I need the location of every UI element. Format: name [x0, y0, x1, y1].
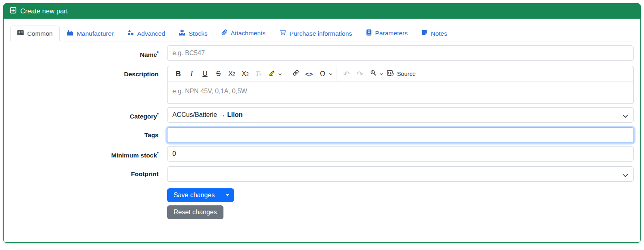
- description-row: Description B I U S X2 X2 Tx: [10, 66, 634, 104]
- actions-row: Save changes Reset changes: [10, 188, 634, 219]
- create-part-card: Create new part Common Manufacturer Adva…: [3, 3, 641, 243]
- tab-notes[interactable]: Notes: [414, 26, 454, 41]
- name-input[interactable]: [167, 45, 634, 61]
- minimum-stock-label: Minimum stock*: [10, 146, 159, 163]
- source-icon: [387, 69, 395, 78]
- highlight-button[interactable]: [266, 68, 278, 80]
- find-replace-icon: [370, 69, 377, 78]
- italic-button[interactable]: I: [186, 68, 197, 80]
- link-icon: [292, 69, 299, 78]
- redo-button[interactable]: ↷: [354, 68, 366, 80]
- strikethrough-button[interactable]: S: [213, 68, 224, 80]
- toolbar-separator: [286, 66, 286, 82]
- tab-common[interactable]: Common: [10, 26, 60, 41]
- address-card-icon: [17, 30, 24, 37]
- category-value-selected: LiIon: [227, 111, 243, 118]
- toolbar-separator: [337, 66, 337, 82]
- bold-button[interactable]: B: [172, 68, 184, 80]
- tab-stocks[interactable]: Stocks: [172, 26, 215, 41]
- sticky-note-icon: [421, 30, 427, 37]
- atlas-book-icon: [366, 29, 372, 37]
- tab-label: Stocks: [189, 30, 208, 37]
- tab-parameters[interactable]: Parameters: [359, 25, 414, 41]
- tab-bar: Common Manufacturer Advanced Stocks Atta…: [10, 25, 634, 41]
- tab-purchase-informations[interactable]: Purchase informations: [273, 26, 359, 41]
- subscript-button[interactable]: X2: [226, 68, 238, 80]
- category-value-prefix: ACCus/Batterie →: [172, 111, 227, 118]
- actions-spacer: [10, 188, 159, 219]
- find-and-replace-button[interactable]: [367, 68, 379, 80]
- chevron-down-icon: [623, 172, 628, 179]
- footprint-select[interactable]: [167, 166, 634, 182]
- required-marker: *: [157, 112, 159, 117]
- undo-button[interactable]: ↶: [341, 68, 352, 80]
- editor-toolbar: B I U S X2 X2 Tx: [167, 66, 634, 82]
- required-marker: *: [157, 51, 159, 55]
- reset-button[interactable]: Reset changes: [167, 205, 223, 219]
- highlighter-icon: [268, 69, 275, 78]
- create-part-form: Name* Description B I U S X2 X2 Tx: [10, 41, 634, 219]
- special-characters-dropdown-chevron[interactable]: [329, 72, 333, 76]
- highlight-dropdown-chevron[interactable]: [278, 72, 282, 76]
- minimum-stock-row: Minimum stock*: [10, 146, 634, 163]
- remove-format-button[interactable]: Tx: [253, 68, 264, 80]
- card-header: Create new part: [4, 4, 640, 19]
- tab-attachments[interactable]: Attachments: [215, 25, 273, 41]
- tags-input[interactable]: [167, 127, 634, 143]
- footprint-row: Footprint: [10, 166, 634, 182]
- required-marker: *: [157, 151, 159, 156]
- code-button[interactable]: <>: [303, 68, 315, 80]
- tab-label: Purchase informations: [290, 30, 352, 37]
- page-title: Create new part: [20, 7, 68, 15]
- rich-text-editor: B I U S X2 X2 Tx: [167, 66, 634, 104]
- chevron-down-icon: [623, 113, 628, 120]
- tags-label: Tags: [10, 127, 159, 143]
- editor-content-area[interactable]: e.g. NPN 45V, 0,1A, 0,5W: [167, 82, 634, 104]
- shopping-cart-icon: [279, 30, 286, 37]
- square-plus-icon: [10, 7, 17, 15]
- factory-icon: [67, 30, 73, 37]
- source-button-label: Source: [397, 71, 416, 77]
- save-button-group: Save changes: [167, 188, 234, 202]
- link-button[interactable]: [290, 68, 302, 80]
- name-label: Name*: [10, 45, 159, 62]
- tab-advanced[interactable]: Advanced: [120, 26, 172, 41]
- tab-manufacturer[interactable]: Manufacturer: [60, 26, 120, 41]
- card-body: Common Manufacturer Advanced Stocks Atta…: [4, 19, 640, 226]
- minimum-stock-input[interactable]: [167, 146, 634, 162]
- tab-label: Attachments: [231, 30, 266, 37]
- category-row: Category* ACCus/Batterie → LiIon: [10, 107, 634, 124]
- tab-label: Manufacturer: [77, 30, 114, 37]
- caret-down-icon: [226, 194, 229, 196]
- category-select[interactable]: ACCus/Batterie → LiIon: [167, 107, 634, 123]
- description-label: Description: [10, 66, 159, 104]
- category-label: Category*: [10, 107, 159, 124]
- special-characters-button[interactable]: Ω: [317, 68, 328, 80]
- save-dropdown-toggle[interactable]: [221, 188, 234, 202]
- tab-label: Notes: [431, 30, 447, 37]
- superscript-button[interactable]: X2: [239, 68, 251, 80]
- paperclip-icon: [221, 29, 228, 37]
- name-row: Name*: [10, 45, 634, 62]
- tags-row: Tags: [10, 127, 634, 143]
- underline-button[interactable]: U: [199, 68, 211, 80]
- save-button[interactable]: Save changes: [167, 188, 221, 202]
- footprint-label: Footprint: [10, 166, 159, 182]
- shapes-icon: [127, 30, 134, 37]
- editor-placeholder: e.g. NPN 45V, 0,1A, 0,5W: [172, 88, 247, 95]
- tab-label: Advanced: [137, 30, 165, 37]
- tab-label: Parameters: [375, 30, 408, 37]
- find-and-replace-dropdown-chevron[interactable]: [380, 72, 383, 76]
- boxes-stacked-icon: [179, 30, 185, 37]
- source-button[interactable]: Source: [384, 68, 418, 80]
- tab-label: Common: [27, 30, 53, 37]
